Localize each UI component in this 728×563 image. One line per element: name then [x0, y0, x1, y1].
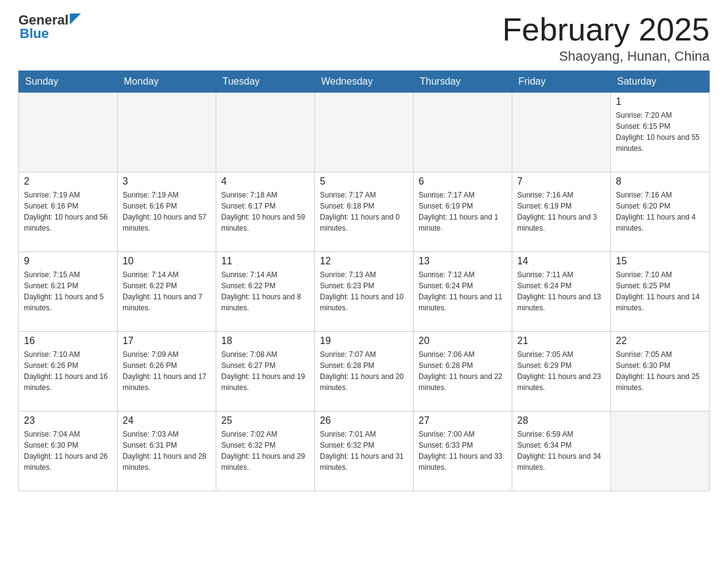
calendar-day-cell: 24Sunrise: 7:03 AMSunset: 6:31 PMDayligh…	[118, 412, 216, 491]
day-info: Sunrise: 7:18 AMSunset: 6:17 PMDaylight:…	[221, 190, 309, 234]
calendar-day-cell	[512, 93, 611, 172]
day-number: 10	[123, 256, 211, 267]
day-number: 9	[24, 256, 112, 267]
calendar-table: SundayMondayTuesdayWednesdayThursdayFrid…	[18, 71, 710, 491]
day-number: 13	[419, 256, 507, 267]
calendar-body: 1Sunrise: 7:20 AMSunset: 6:15 PMDaylight…	[19, 93, 710, 491]
calendar-week-row: 16Sunrise: 7:10 AMSunset: 6:26 PMDayligh…	[19, 332, 710, 412]
day-info: Sunrise: 7:11 AMSunset: 6:24 PMDaylight:…	[517, 269, 605, 313]
calendar-day-cell: 21Sunrise: 7:05 AMSunset: 6:29 PMDayligh…	[512, 332, 611, 412]
logo-blue-text: Blue	[18, 27, 81, 40]
day-info: Sunrise: 7:17 AMSunset: 6:18 PMDaylight:…	[320, 190, 408, 234]
day-info: Sunrise: 7:17 AMSunset: 6:19 PMDaylight:…	[419, 190, 507, 234]
calendar-day-cell	[414, 93, 512, 172]
day-info: Sunrise: 7:05 AMSunset: 6:30 PMDaylight:…	[616, 349, 704, 393]
day-number: 12	[320, 256, 408, 267]
day-number: 25	[221, 415, 309, 426]
day-number: 8	[616, 176, 704, 187]
calendar-day-cell: 19Sunrise: 7:07 AMSunset: 6:28 PMDayligh…	[315, 332, 414, 412]
calendar-day-cell: 27Sunrise: 7:00 AMSunset: 6:33 PMDayligh…	[414, 412, 512, 491]
weekday-header: Monday	[118, 71, 216, 93]
calendar-week-row: 9Sunrise: 7:15 AMSunset: 6:21 PMDaylight…	[19, 252, 710, 332]
calendar-day-cell	[611, 412, 710, 491]
day-number: 23	[24, 415, 112, 426]
calendar-day-cell	[315, 93, 414, 172]
calendar-day-cell: 3Sunrise: 7:19 AMSunset: 6:16 PMDaylight…	[118, 172, 216, 252]
calendar-day-cell: 6Sunrise: 7:17 AMSunset: 6:19 PMDaylight…	[414, 172, 512, 252]
calendar-day-cell	[216, 93, 315, 172]
page-header: General Blue February 2025 Shaoyang, Hun…	[18, 12, 710, 64]
weekday-header: Sunday	[19, 71, 118, 93]
day-info: Sunrise: 7:06 AMSunset: 6:28 PMDaylight:…	[419, 349, 507, 393]
day-info: Sunrise: 7:03 AMSunset: 6:31 PMDaylight:…	[123, 429, 211, 473]
calendar-day-cell: 25Sunrise: 7:02 AMSunset: 6:32 PMDayligh…	[216, 412, 315, 491]
day-info: Sunrise: 7:12 AMSunset: 6:24 PMDaylight:…	[419, 269, 507, 313]
day-info: Sunrise: 7:10 AMSunset: 6:26 PMDaylight:…	[24, 349, 112, 393]
day-number: 4	[221, 176, 309, 187]
day-info: Sunrise: 6:59 AMSunset: 6:34 PMDaylight:…	[517, 429, 605, 473]
calendar-day-cell: 11Sunrise: 7:14 AMSunset: 6:22 PMDayligh…	[216, 252, 315, 332]
day-info: Sunrise: 7:15 AMSunset: 6:21 PMDaylight:…	[24, 269, 112, 313]
day-number: 21	[517, 335, 605, 347]
day-info: Sunrise: 7:09 AMSunset: 6:26 PMDaylight:…	[123, 349, 211, 393]
day-number: 7	[517, 176, 605, 187]
calendar-title: February 2025	[502, 12, 710, 47]
day-info: Sunrise: 7:14 AMSunset: 6:22 PMDaylight:…	[221, 269, 309, 313]
calendar-day-cell: 8Sunrise: 7:16 AMSunset: 6:20 PMDaylight…	[611, 172, 710, 252]
calendar-day-cell: 9Sunrise: 7:15 AMSunset: 6:21 PMDaylight…	[19, 252, 118, 332]
calendar-day-cell: 22Sunrise: 7:05 AMSunset: 6:30 PMDayligh…	[611, 332, 710, 412]
day-info: Sunrise: 7:19 AMSunset: 6:16 PMDaylight:…	[24, 190, 112, 234]
day-info: Sunrise: 7:04 AMSunset: 6:30 PMDaylight:…	[24, 429, 112, 473]
calendar-day-cell	[118, 93, 216, 172]
calendar-day-cell: 18Sunrise: 7:08 AMSunset: 6:27 PMDayligh…	[216, 332, 315, 412]
calendar-day-cell: 5Sunrise: 7:17 AMSunset: 6:18 PMDaylight…	[315, 172, 414, 252]
calendar-day-cell: 26Sunrise: 7:01 AMSunset: 6:32 PMDayligh…	[315, 412, 414, 491]
calendar-day-cell	[19, 93, 118, 172]
calendar-week-row: 1Sunrise: 7:20 AMSunset: 6:15 PMDaylight…	[19, 93, 710, 172]
day-number: 27	[419, 415, 507, 426]
day-number: 24	[123, 415, 211, 426]
calendar-day-cell: 14Sunrise: 7:11 AMSunset: 6:24 PMDayligh…	[512, 252, 611, 332]
day-info: Sunrise: 7:19 AMSunset: 6:16 PMDaylight:…	[123, 190, 211, 234]
weekday-header: Saturday	[611, 71, 710, 93]
day-number: 17	[123, 335, 211, 347]
day-info: Sunrise: 7:01 AMSunset: 6:32 PMDaylight:…	[320, 429, 408, 473]
day-info: Sunrise: 7:08 AMSunset: 6:27 PMDaylight:…	[221, 349, 309, 393]
weekday-header: Tuesday	[216, 71, 315, 93]
day-info: Sunrise: 7:14 AMSunset: 6:22 PMDaylight:…	[123, 269, 211, 313]
weekday-header: Thursday	[414, 71, 512, 93]
day-number: 14	[517, 256, 605, 267]
day-number: 2	[24, 176, 112, 187]
day-number: 11	[221, 256, 309, 267]
calendar-day-cell: 15Sunrise: 7:10 AMSunset: 6:25 PMDayligh…	[611, 252, 710, 332]
calendar-header: SundayMondayTuesdayWednesdayThursdayFrid…	[19, 71, 710, 93]
day-info: Sunrise: 7:13 AMSunset: 6:23 PMDaylight:…	[320, 269, 408, 313]
day-info: Sunrise: 7:00 AMSunset: 6:33 PMDaylight:…	[419, 429, 507, 473]
day-info: Sunrise: 7:10 AMSunset: 6:25 PMDaylight:…	[616, 269, 704, 313]
day-number: 5	[320, 176, 408, 187]
weekday-header: Friday	[512, 71, 611, 93]
calendar-day-cell: 1Sunrise: 7:20 AMSunset: 6:15 PMDaylight…	[611, 93, 710, 172]
day-number: 28	[517, 415, 605, 426]
logo-arrow-icon	[70, 13, 81, 25]
day-info: Sunrise: 7:16 AMSunset: 6:20 PMDaylight:…	[616, 190, 704, 234]
day-info: Sunrise: 7:02 AMSunset: 6:32 PMDaylight:…	[221, 429, 309, 473]
day-number: 1	[616, 96, 704, 107]
day-info: Sunrise: 7:16 AMSunset: 6:19 PMDaylight:…	[517, 190, 605, 234]
calendar-week-row: 23Sunrise: 7:04 AMSunset: 6:30 PMDayligh…	[19, 412, 710, 491]
header-row: SundayMondayTuesdayWednesdayThursdayFrid…	[19, 71, 710, 93]
day-number: 3	[123, 176, 211, 187]
calendar-day-cell: 7Sunrise: 7:16 AMSunset: 6:19 PMDaylight…	[512, 172, 611, 252]
day-info: Sunrise: 7:20 AMSunset: 6:15 PMDaylight:…	[616, 110, 704, 154]
calendar-day-cell: 23Sunrise: 7:04 AMSunset: 6:30 PMDayligh…	[19, 412, 118, 491]
title-block: February 2025 Shaoyang, Hunan, China	[502, 12, 710, 64]
calendar-week-row: 2Sunrise: 7:19 AMSunset: 6:16 PMDaylight…	[19, 172, 710, 252]
day-number: 20	[419, 335, 507, 347]
day-number: 26	[320, 415, 408, 426]
day-number: 16	[24, 335, 112, 347]
day-number: 18	[221, 335, 309, 347]
calendar-day-cell: 13Sunrise: 7:12 AMSunset: 6:24 PMDayligh…	[414, 252, 512, 332]
calendar-day-cell: 28Sunrise: 6:59 AMSunset: 6:34 PMDayligh…	[512, 412, 611, 491]
calendar-day-cell: 17Sunrise: 7:09 AMSunset: 6:26 PMDayligh…	[118, 332, 216, 412]
day-number: 6	[419, 176, 507, 187]
